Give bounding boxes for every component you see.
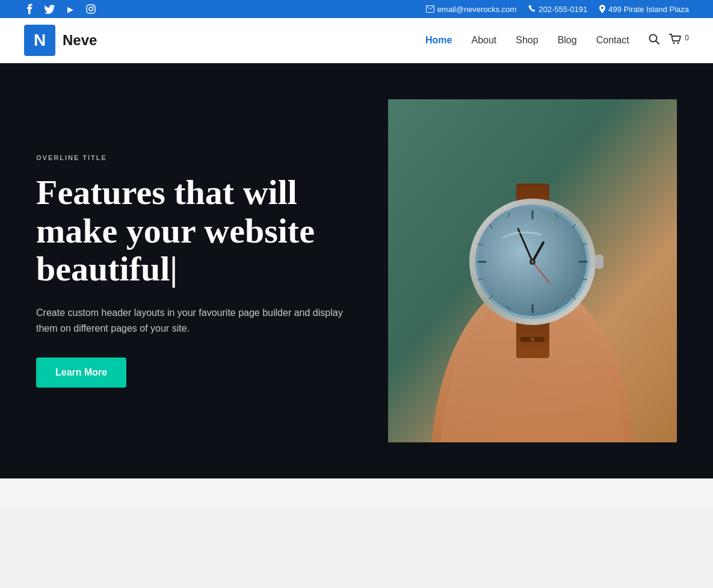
svg-rect-39 bbox=[595, 255, 603, 269]
contact-info: email@neverocks.com 202-555-0191 499 Pir… bbox=[426, 5, 689, 14]
header: N Neve Home About Shop Blog Contact 0 bbox=[0, 18, 713, 63]
svg-point-2 bbox=[93, 6, 94, 7]
address-text: 499 Pirate Island Plaza bbox=[608, 5, 689, 14]
facebook-icon[interactable] bbox=[24, 4, 35, 14]
youtube-icon[interactable]: ▶ bbox=[65, 4, 76, 14]
svg-point-1 bbox=[89, 7, 93, 11]
phone-icon bbox=[528, 5, 536, 13]
svg-point-6 bbox=[673, 42, 674, 44]
email-icon bbox=[426, 5, 434, 13]
hero-overline: OVERLINE TITLE bbox=[36, 154, 349, 161]
logo-text: Neve bbox=[63, 32, 97, 49]
svg-point-38 bbox=[531, 261, 534, 264]
logo[interactable]: N Neve bbox=[24, 25, 97, 56]
phone-contact: 202-555-0191 bbox=[528, 5, 587, 14]
hero-description: Create custom header layouts in your fav… bbox=[36, 305, 349, 336]
nav-home[interactable]: Home bbox=[425, 35, 452, 46]
email-text: email@neverocks.com bbox=[437, 5, 517, 14]
nav-about[interactable]: About bbox=[471, 35, 496, 46]
watch-illustration bbox=[388, 99, 677, 442]
search-icon[interactable] bbox=[649, 34, 659, 48]
address-contact: 499 Pirate Island Plaza bbox=[599, 5, 689, 14]
social-links: ▶ bbox=[24, 4, 96, 14]
cart-icon[interactable]: 0 bbox=[669, 34, 689, 48]
cart-count: 0 bbox=[685, 34, 689, 42]
learn-more-button[interactable]: Learn More bbox=[36, 357, 126, 388]
nav-contact[interactable]: Contact bbox=[596, 35, 629, 46]
svg-rect-0 bbox=[87, 5, 95, 13]
hero-content: OVERLINE TITLE Features that will make y… bbox=[36, 154, 349, 388]
hero-inner: OVERLINE TITLE Features that will make y… bbox=[36, 99, 677, 442]
location-icon bbox=[599, 5, 605, 13]
email-contact: email@neverocks.com bbox=[426, 5, 517, 14]
phone-text: 202-555-0191 bbox=[539, 5, 587, 14]
hero-image bbox=[388, 99, 677, 442]
nav-icons: 0 bbox=[649, 34, 689, 48]
nav-blog[interactable]: Blog bbox=[558, 35, 577, 46]
hero-section: OVERLINE TITLE Features that will make y… bbox=[0, 63, 713, 478]
top-bar: ▶ email@neverocks.com 202-555-0191 bbox=[0, 0, 713, 18]
hero-title: Features that will make your website bea… bbox=[36, 173, 349, 288]
svg-line-5 bbox=[656, 41, 659, 44]
logo-box: N bbox=[24, 25, 55, 56]
main-nav: Home About Shop Blog Contact 0 bbox=[425, 34, 689, 48]
nav-shop[interactable]: Shop bbox=[516, 35, 538, 46]
footer-strip bbox=[0, 478, 713, 509]
twitter-icon[interactable] bbox=[45, 4, 55, 14]
svg-point-7 bbox=[677, 42, 679, 44]
instagram-icon[interactable] bbox=[85, 4, 96, 14]
svg-point-41 bbox=[531, 338, 534, 341]
logo-letter: N bbox=[34, 31, 46, 50]
